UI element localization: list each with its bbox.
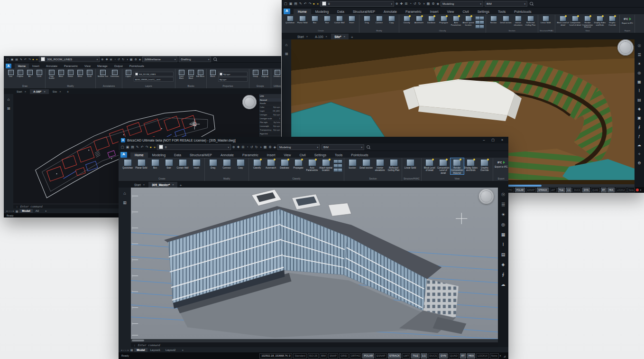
qat-icon[interactable]: ✚ xyxy=(400,2,403,5)
ribbon-button[interactable]: Block Level of detail xyxy=(557,15,569,26)
document-tab[interactable]: Start× xyxy=(131,182,148,188)
ribbon-button[interactable]: Copy Scaled xyxy=(47,69,56,79)
ribbon-button[interactable]: Propagate xyxy=(438,15,450,24)
ribbon-button[interactable]: Multiline Text xyxy=(97,69,109,77)
qat-icon[interactable]: ↻ xyxy=(418,2,421,5)
status-toggle[interactable]: POLAR xyxy=(362,353,374,359)
status-toggle[interactable]: ESNAP xyxy=(526,188,536,192)
ribbon-button[interactable]: Box xyxy=(309,15,321,24)
ribbon-tab[interactable]: Insert xyxy=(426,9,443,14)
classify-extra-buttons[interactable] xyxy=(332,158,342,177)
document-tab[interactable]: 305_Master*× xyxy=(148,182,177,188)
layer-bulb-icon[interactable]: ● xyxy=(154,145,156,149)
classify-extra-buttons[interactable] xyxy=(474,15,484,29)
status-toggle[interactable]: DYN xyxy=(439,353,448,359)
ribbon-button[interactable]: Interior elevations xyxy=(512,15,524,26)
ribbon-button[interactable]: Layers xyxy=(124,69,133,77)
model-3d-viewport[interactable]: :Enter command xyxy=(131,188,498,347)
status-toggle[interactable]: STRACK xyxy=(537,188,548,192)
panel-tool-icon[interactable]: ☁ xyxy=(501,279,506,289)
ribbon-button[interactable]: Arc xyxy=(25,69,34,77)
property-row[interactable]: TransparencyByLayer xyxy=(259,128,281,132)
ribbon-button[interactable]: Block Level of detail xyxy=(423,158,436,172)
close-icon[interactable]: × xyxy=(44,90,46,93)
ribbon-button[interactable]: Reflected Ceiling Plan xyxy=(524,15,536,26)
ribbon-button[interactable]: Planar Solid xyxy=(135,158,148,169)
ribbon-button[interactable]: Copy xyxy=(234,158,247,169)
ribbon-tab[interactable]: Parametric xyxy=(61,64,81,68)
layer-bulb-icon[interactable]: ● xyxy=(150,145,152,149)
qat-icon[interactable]: ▤ xyxy=(131,145,134,149)
maximize-button[interactable]: ▢ xyxy=(491,138,495,142)
document-tab[interactable]: A-100*× xyxy=(30,89,49,94)
visual-style-dropdown[interactable]: 2dWireframe▾ xyxy=(142,57,177,62)
ribbon-tab[interactable]: Tools xyxy=(494,9,510,14)
panel-tool-icon[interactable]: ☉ xyxy=(501,189,505,199)
application-button[interactable]: A xyxy=(6,64,11,68)
ribbon-button[interactable]: Section xyxy=(488,15,499,24)
profile-dropdown[interactable]: BIM▾ xyxy=(322,144,364,150)
structure-browser-icon[interactable]: ⊞ xyxy=(7,106,10,111)
search-icon[interactable] xyxy=(367,145,370,149)
ribbon-button[interactable]: Display Sides and Ends xyxy=(594,15,606,26)
new-document-tab-button[interactable]: + xyxy=(177,183,184,188)
ribbon-tab[interactable]: Insert xyxy=(263,152,280,158)
qat-icon[interactable]: ◑ xyxy=(260,145,262,149)
ribbon-tab[interactable]: Annotate xyxy=(216,152,238,158)
ribbon-button[interactable]: Insert Block xyxy=(177,69,186,79)
qat-icon[interactable]: ⚙ xyxy=(268,145,271,149)
ribbon-button[interactable]: Mirror xyxy=(75,69,84,77)
layer-state-dropdown[interactable]: 306_ROOM_LINES xyxy=(134,72,174,76)
qat-icon[interactable]: ▤ xyxy=(15,58,18,61)
ribbon-button[interactable]: Detail section xyxy=(500,15,512,24)
record-icon[interactable] xyxy=(636,189,639,191)
panel-tool-icon[interactable]: ☉ xyxy=(637,41,641,50)
home-icon[interactable]: ⌂ xyxy=(8,97,10,102)
qat-icon[interactable]: ↷ xyxy=(309,2,312,5)
layout-nav-button[interactable]: › xyxy=(125,349,126,351)
new-document-tab-button[interactable]: + xyxy=(64,90,72,94)
property-row[interactable]: Hyperlink xyxy=(259,132,281,136)
qat-icon[interactable]: ▣ xyxy=(126,145,129,149)
ribbon-tab[interactable]: Pointclouds xyxy=(347,152,372,158)
layout-grid-icon[interactable]: ▦ xyxy=(16,209,18,213)
ribbon-tab[interactable]: View xyxy=(81,64,94,68)
profile-dropdown[interactable]: BIM▾ xyxy=(485,1,527,7)
qat-icon[interactable]: ⊕ xyxy=(232,145,235,149)
ribbon-tab[interactable]: Civil xyxy=(295,152,310,158)
ribbon-button[interactable]: Composition Level of detail xyxy=(569,15,581,26)
qat-icon[interactable]: ▦ xyxy=(427,2,430,5)
status-toggle[interactable]: LOCKUI xyxy=(616,188,626,192)
ribbon-button[interactable]: Quickdraw xyxy=(121,158,134,169)
status-toggle[interactable]: LWT xyxy=(402,353,410,359)
layout-nav-button[interactable]: › xyxy=(10,209,11,212)
qat-icon[interactable]: ✚ xyxy=(105,58,108,61)
panel-tool-icon[interactable]: ∮ xyxy=(638,123,640,132)
ribbon-tab[interactable]: Modeling xyxy=(148,152,170,158)
ribbon-button[interactable]: Connect xyxy=(220,158,233,169)
layout-nav-button[interactable]: » xyxy=(127,349,129,351)
qat-icon[interactable]: ▦ xyxy=(130,58,133,61)
ribbon-button[interactable]: Planar Solid xyxy=(296,15,308,24)
panel-tool-icon[interactable]: ☁ xyxy=(637,141,641,150)
qat-icon[interactable]: ✎ xyxy=(299,2,302,5)
ribbon-button[interactable]: Connect xyxy=(373,15,385,24)
document-tab[interactable]: Site*× xyxy=(331,34,349,39)
ribbon-tab[interactable]: Output xyxy=(111,64,126,68)
title-bar[interactable]: A BricsCAD Ultimate beta (NOT FOR RESALE… xyxy=(119,137,508,143)
ribbon-tab[interactable]: View xyxy=(279,152,295,158)
ribbon-tab[interactable]: Data xyxy=(170,152,185,158)
minimize-button[interactable]: – xyxy=(483,138,485,142)
document-tab[interactable]: Start× xyxy=(294,34,311,39)
ribbon-button[interactable]: Quickdraw xyxy=(284,15,296,24)
qat-icon[interactable]: ✚ xyxy=(237,145,240,149)
layout-nav-button[interactable]: ‹ xyxy=(9,209,9,212)
lineweight-dropdown[interactable]: ByLayer xyxy=(218,77,248,82)
panel-tool-icon[interactable]: ▦ xyxy=(501,229,506,239)
document-tab[interactable]: Start× xyxy=(13,89,29,94)
ribbon-tab[interactable]: Settings xyxy=(310,152,331,158)
property-row[interactable]: LineweightByLayer xyxy=(259,124,281,128)
close-icon[interactable]: × xyxy=(25,90,27,93)
qat-icon[interactable]: ▢ xyxy=(121,145,124,149)
layout-grid-icon[interactable]: ▦ xyxy=(130,348,133,351)
